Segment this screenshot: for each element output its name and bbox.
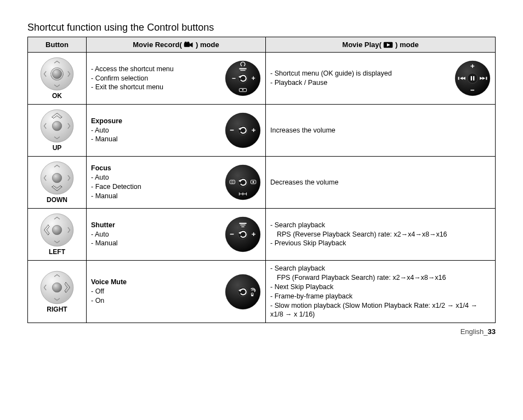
- svg-point-7: [52, 69, 61, 78]
- record-right-disc-icon: [225, 274, 261, 310]
- record-left-disc-icon: − +: [225, 216, 261, 252]
- record-left-text: Shutter - Auto - Manual: [91, 221, 219, 249]
- header-button: Button: [28, 37, 87, 53]
- play-right-text: - Search playback FPS (Forward Playback …: [266, 261, 496, 323]
- table-row: DOWN Focus - Auto - Face Detection - Man…: [28, 157, 496, 209]
- play-ok-disc-icon: + −: [454, 60, 491, 96]
- svg-text:−: −: [230, 230, 234, 238]
- record-right-text: Voice Mute - Off - On: [91, 278, 219, 306]
- button-label-ok: OK: [30, 92, 84, 100]
- button-label-up: UP: [30, 144, 84, 152]
- table-row: OK - Access the shortcut menu - Confirm …: [28, 53, 496, 105]
- header-play: Movie Play( ) mode: [266, 37, 496, 53]
- svg-rect-51: [239, 223, 246, 224]
- record-ok-text: - Access the shortcut menu - Confirm sel…: [91, 65, 219, 93]
- svg-rect-62: [251, 295, 253, 296]
- dpad-up-icon: [40, 109, 74, 143]
- svg-point-19: [468, 73, 477, 83]
- table-row: RIGHT Voice Mute - Off - On: [28, 261, 496, 323]
- svg-text:−: −: [232, 74, 236, 82]
- play-ok-text: - Shortcut menu (OK guide) is displayed …: [270, 69, 449, 88]
- play-mode-icon: [383, 42, 393, 48]
- svg-text:−: −: [470, 86, 475, 94]
- footer-lang: English_: [461, 327, 488, 336]
- play-up-text: Increases the volume: [270, 126, 491, 135]
- svg-point-31: [52, 121, 61, 130]
- header-record-prefix: Movie Record(: [133, 41, 184, 49]
- header-play-suffix: ) mode: [395, 41, 419, 49]
- dpad-left-icon: [40, 213, 74, 247]
- svg-rect-13: [240, 70, 245, 71]
- header-record-suffix: ) mode: [196, 41, 219, 49]
- table-row: UP Exposure - Auto - Manual − +: [28, 105, 496, 157]
- svg-rect-21: [473, 76, 474, 80]
- svg-text:+: +: [252, 74, 255, 82]
- svg-point-3: [187, 42, 190, 44]
- svg-rect-20: [471, 76, 472, 80]
- svg-rect-53: [241, 226, 244, 227]
- svg-point-17: [242, 89, 244, 91]
- header-play-prefix: Movie Play(: [342, 41, 383, 49]
- svg-text:−: −: [230, 126, 234, 134]
- svg-point-2: [185, 42, 187, 44]
- button-label-left: LEFT: [30, 248, 84, 256]
- svg-rect-27: [486, 77, 487, 79]
- svg-text:+: +: [470, 62, 475, 70]
- dpad-ok-icon: [40, 57, 74, 91]
- record-up-text: Exposure - Auto - Manual: [91, 117, 219, 145]
- svg-point-57: [52, 283, 61, 292]
- svg-text:+: +: [252, 230, 256, 238]
- play-left-text: - Search playback RPS (Reverse Playback …: [266, 209, 496, 261]
- page-title: Shortcut function using the Control butt…: [27, 22, 496, 33]
- svg-marker-1: [190, 43, 193, 48]
- svg-point-45: [252, 181, 254, 183]
- camcorder-icon: [184, 42, 194, 48]
- table-row: LEFT Shutter - Auto - Manual: [28, 209, 496, 261]
- button-label-down: DOWN: [30, 196, 84, 204]
- shortcut-table: Button Movie Record( ) mode Movie Play( …: [27, 37, 496, 323]
- svg-text:+: +: [252, 126, 256, 134]
- play-down-text: Decreases the volume: [270, 178, 491, 187]
- svg-rect-52: [240, 225, 245, 225]
- footer-page: 33: [488, 327, 496, 336]
- button-label-right: RIGHT: [30, 306, 84, 313]
- header-record: Movie Record( ) mode: [87, 37, 266, 53]
- page-footer: English_33: [27, 327, 496, 336]
- svg-rect-12: [239, 68, 246, 70]
- record-up-disc-icon: − +: [225, 112, 261, 148]
- svg-rect-24: [458, 77, 459, 79]
- dpad-right-icon: [40, 271, 74, 304]
- record-down-text: Focus - Auto - Face Detection - Manual: [91, 164, 219, 201]
- svg-point-38: [52, 173, 61, 182]
- record-down-disc-icon: [225, 164, 261, 200]
- record-ok-disc-icon: − +: [225, 60, 261, 96]
- dpad-down-icon: [40, 161, 74, 195]
- svg-point-47: [52, 225, 61, 234]
